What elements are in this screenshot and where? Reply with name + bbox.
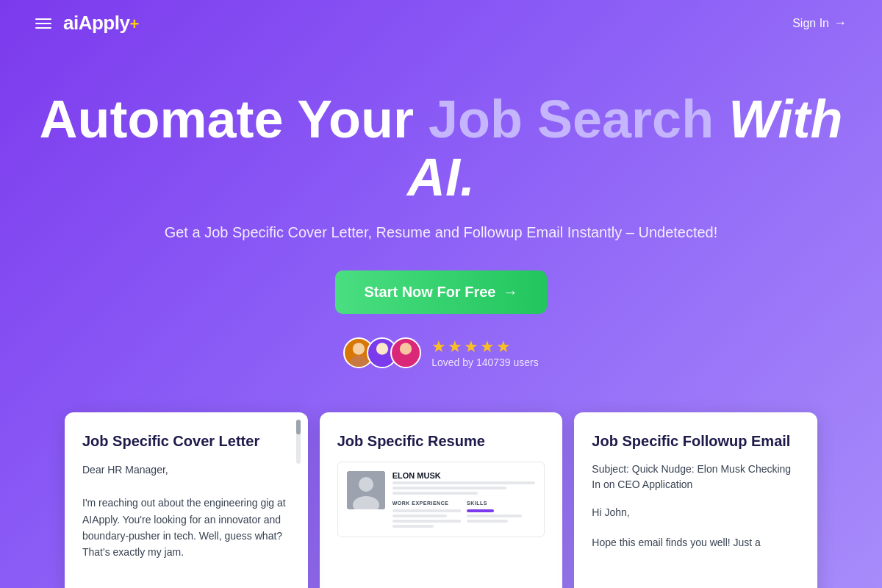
- resume-line-2: [392, 487, 507, 490]
- resume-card: Job Specific Resume ELON MUSK WO: [320, 412, 563, 588]
- r4: [392, 525, 434, 528]
- cta-arrow: →: [503, 284, 517, 301]
- svg-point-0: [353, 343, 365, 355]
- cards-section: Job Specific Cover Letter Dear HR Manage…: [0, 412, 882, 588]
- cover-letter-card: Job Specific Cover Letter Dear HR Manage…: [65, 412, 308, 588]
- stars: ★★★★★: [431, 337, 512, 356]
- skill-3: [467, 520, 508, 523]
- resume-line-1: [392, 481, 536, 484]
- cover-letter-text: I'm reaching out about the engineering g…: [82, 495, 290, 561]
- logo: aiApply+: [63, 12, 139, 35]
- avatar-group: [343, 337, 421, 368]
- cta-button[interactable]: Start Now For Free →: [335, 270, 548, 314]
- svg-point-3: [373, 356, 391, 368]
- r3: [392, 520, 461, 523]
- skill-1: [467, 509, 494, 512]
- skill-2: [467, 514, 522, 517]
- resume-col-left: WORK EXPERIENCE: [392, 501, 461, 528]
- work-exp-header: WORK EXPERIENCE: [392, 501, 461, 506]
- svg-point-2: [376, 343, 388, 355]
- hero-section: Automate Your Job Search With AI. Get a …: [0, 46, 882, 398]
- logo-plus: +: [129, 15, 138, 33]
- svg-point-7: [359, 477, 373, 492]
- resume-title: Job Specific Resume: [337, 433, 545, 450]
- header-left: aiApply+: [35, 12, 139, 35]
- hero-subtitle: Get a Job Specific Cover Letter, Resume …: [35, 224, 847, 241]
- r2: [392, 514, 448, 517]
- r1: [392, 509, 461, 512]
- resume-sections: WORK EXPERIENCE SKILLS: [392, 501, 536, 528]
- social-proof: ★★★★★ Loved by 140739 users: [35, 337, 847, 368]
- svg-point-1: [350, 356, 368, 368]
- hero-title-highlight: Job Search: [429, 90, 714, 148]
- resume-content: ELON MUSK WORK EXPERIENCE SKILL: [392, 471, 536, 528]
- scroll-thumb: [296, 420, 301, 434]
- avatar-3: [390, 337, 421, 368]
- resume-preview: ELON MUSK WORK EXPERIENCE SKILL: [337, 462, 545, 537]
- resume-lines: [392, 481, 536, 495]
- cover-letter-salutation: Dear HR Manager,: [82, 462, 290, 478]
- cover-letter-title: Job Specific Cover Letter: [82, 433, 290, 450]
- sign-in-button[interactable]: Sign In →: [792, 15, 847, 31]
- skills-header: SKILLS: [467, 501, 535, 506]
- scroll-indicator: [296, 420, 301, 464]
- hamburger-line-1: [35, 18, 51, 20]
- logo-text: aiApply: [63, 12, 129, 34]
- resume-name: ELON MUSK: [392, 471, 536, 480]
- hamburger-line-2: [35, 23, 51, 24]
- loved-by-text: Loved by 140739 users: [431, 356, 539, 368]
- followup-subject: Subject: Quick Nudge: Elon Musk Checking…: [592, 462, 800, 492]
- hero-title-part1: Automate Your: [40, 90, 429, 148]
- hero-title: Automate Your Job Search With AI.: [35, 90, 847, 207]
- hamburger-line-3: [35, 27, 51, 29]
- header: aiApply+ Sign In →: [0, 0, 882, 46]
- resume-photo: [347, 471, 385, 509]
- followup-greeting: Hi John,: [592, 504, 800, 520]
- resume-col-right: SKILLS: [467, 501, 535, 528]
- hamburger-menu[interactable]: [35, 18, 51, 29]
- followup-title: Job Specific Followup Email: [592, 433, 800, 450]
- svg-point-4: [400, 343, 412, 355]
- followup-body: Hope this email finds you well! Just a: [592, 534, 800, 551]
- resume-line-3: [392, 492, 478, 495]
- sign-in-arrow: →: [833, 15, 847, 31]
- sign-in-label: Sign In: [792, 17, 829, 30]
- svg-point-5: [397, 356, 415, 368]
- cover-letter-body: Dear HR Manager, I'm reaching out about …: [82, 462, 290, 560]
- cta-label: Start Now For Free: [365, 284, 496, 301]
- stars-container: ★★★★★ Loved by 140739 users: [431, 337, 539, 368]
- followup-card: Job Specific Followup Email Subject: Qui…: [574, 412, 817, 588]
